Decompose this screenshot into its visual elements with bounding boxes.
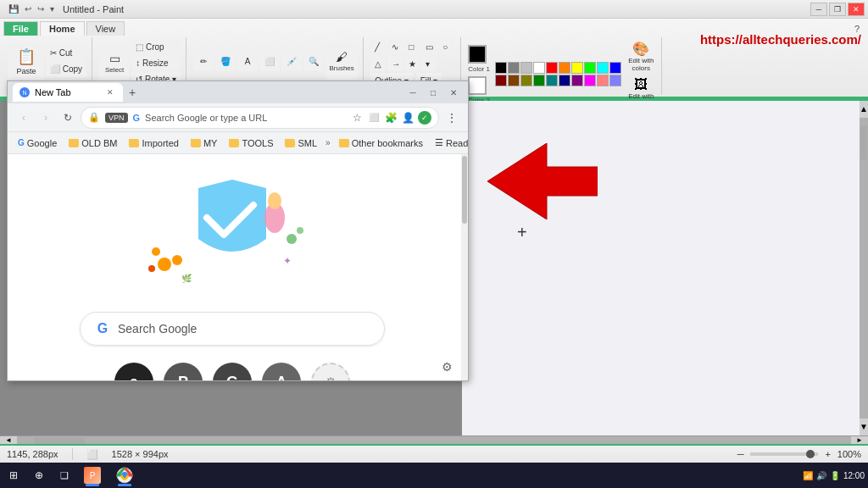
speed-dial-p[interactable]: P [164,363,203,380]
search-taskbar-button[interactable]: ⊕ [27,465,51,485]
screenshot-icon[interactable]: ⬜ [367,111,381,125]
close-tab-button[interactable]: ✕ [104,86,116,98]
file-tab[interactable]: File [3,21,38,36]
color-swatch[interactable] [546,75,558,86]
bookmark-tools[interactable]: TOOLS [224,136,278,150]
shape-star[interactable]: ★ [404,56,420,71]
color-swatch[interactable] [597,62,609,74]
color-swatch[interactable] [609,75,621,86]
zoom-slider[interactable] [750,452,818,456]
color-swatch[interactable] [571,62,583,74]
pencil-tool[interactable]: ✏ [193,51,214,71]
chrome-close-btn[interactable]: ✕ [444,85,463,100]
customize-settings-icon[interactable]: ⚙ [442,360,453,374]
color-swatch[interactable] [609,62,621,74]
color-swatch[interactable] [584,62,596,74]
bookmark-google[interactable]: G Google [13,136,62,150]
zoom-plus-btn[interactable]: + [825,449,830,459]
zoom-minus-btn[interactable]: ─ [737,449,744,459]
redo-qa-btn[interactable]: ↪ [36,3,46,14]
color-swatch[interactable] [559,75,570,86]
chrome-minimize-btn[interactable]: ─ [403,85,422,100]
shape-ellipse[interactable]: ○ [438,39,453,54]
shapes-more-btn[interactable]: ▾ [421,56,437,71]
color-swatch[interactable] [546,62,558,74]
crop-button[interactable]: ⬚ Crop [131,39,181,54]
shape-arrow[interactable]: → [387,56,403,71]
account-circle-icon[interactable]: ✓ [418,111,431,125]
bookmark-imported[interactable]: Imported [124,136,183,150]
bookmark-old-bm[interactable]: OLD BM [64,136,122,150]
bookmark-sml[interactable]: SML [280,136,322,150]
speed-dial-g[interactable]: G [213,363,252,380]
chrome-tab-newtab[interactable]: N New Tab ✕ [13,83,123,102]
color-swatch[interactable] [559,62,570,74]
speed-dial-a[interactable]: a [114,363,153,380]
color-swatch[interactable] [520,62,532,74]
copy-button[interactable]: ⬜ Copy [46,62,86,77]
color-swatch[interactable] [571,75,583,86]
color-swatch[interactable] [495,75,507,86]
start-button[interactable]: ⊞ [3,465,24,485]
edit-colors-button[interactable]: 🎨 Edit withcolors [626,39,655,74]
colorpick-tool[interactable]: 💉 [281,51,302,71]
color-swatch[interactable] [495,62,507,74]
paste-button[interactable]: 📋 Paste [8,42,44,80]
undo-qa-btn[interactable]: ↩ [23,3,33,14]
bookmark-star-icon[interactable]: ☆ [350,111,364,125]
battery-icon[interactable]: 🔋 [830,471,840,480]
shape-rect[interactable]: □ [404,39,420,54]
home-tab[interactable]: Home [40,21,85,36]
maximize-button[interactable]: ❐ [829,3,846,16]
address-bar[interactable]: 🔒 VPN G Search Google or type a URL ☆ ⬜ … [81,107,439,129]
resize-button[interactable]: ↕ Resize [131,55,181,70]
color-swatch[interactable] [508,75,520,86]
shape-line[interactable]: ╱ [370,39,386,54]
text-tool[interactable]: A [237,51,258,71]
shape-roundrect[interactable]: ▭ [421,39,437,54]
customize-dial-button[interactable]: ⚙ [311,363,350,380]
taskbar-app-paint[interactable]: P [78,463,107,487]
color-swatch[interactable] [533,62,545,74]
forward-button[interactable]: › [36,108,55,127]
select-button[interactable]: ▭ Select [99,44,130,81]
brush-tool[interactable]: 🖌 Brushes [326,42,358,80]
new-tab-button[interactable]: + [123,83,142,102]
chrome-restore-btn[interactable]: □ [424,85,442,100]
refresh-button[interactable]: ↻ [58,108,77,127]
back-button[interactable]: ‹ [14,108,33,127]
color1-swatch[interactable] [468,45,487,64]
color-swatch[interactable] [597,75,609,86]
cut-button[interactable]: ✂ Cut [46,46,86,61]
close-button[interactable]: ✕ [848,3,865,16]
chrome-menu-button[interactable]: ⋮ [442,108,461,127]
white-canvas[interactable]: + [462,101,860,435]
view-tab[interactable]: View [86,21,125,36]
profile-icon[interactable]: 👤 [401,111,415,125]
shape-triangle[interactable]: △ [370,56,386,71]
bookmark-other[interactable]: Other bookmarks [334,136,428,150]
save-qa-btn[interactable]: 💾 [7,3,20,14]
color-swatch[interactable] [508,62,520,74]
color-swatch[interactable] [533,75,545,86]
network-icon[interactable]: 📶 [803,471,813,480]
taskbar-app-chrome[interactable] [110,463,139,487]
color2-swatch[interactable] [468,76,487,95]
color-swatch[interactable] [584,75,596,86]
fill-tool[interactable]: 🪣 [215,51,236,71]
extension-icon[interactable]: 🧩 [384,111,398,125]
vertical-scrollbar[interactable]: ▲ ▼ [860,101,868,435]
task-view-button[interactable]: ❑ [54,465,75,485]
eraser-tool[interactable]: ⬜ [259,51,280,71]
bookmark-my[interactable]: MY [186,136,223,150]
shape-curve[interactable]: ∿ [387,39,403,54]
speed-dial-aa[interactable]: A [262,363,301,380]
horizontal-scrollbar[interactable]: ◄ ► [0,435,868,444]
google-search-bar[interactable]: G Search Google [80,312,385,346]
content-scrollbar[interactable] [461,154,468,380]
volume-icon[interactable]: 🔊 [816,471,826,480]
minimize-button[interactable]: ─ [810,3,827,16]
qa-dropdown-btn[interactable]: ▾ [48,3,56,14]
bookmark-reading-list[interactable]: ☰ Reading list [430,136,468,150]
color-swatch[interactable] [520,75,532,86]
